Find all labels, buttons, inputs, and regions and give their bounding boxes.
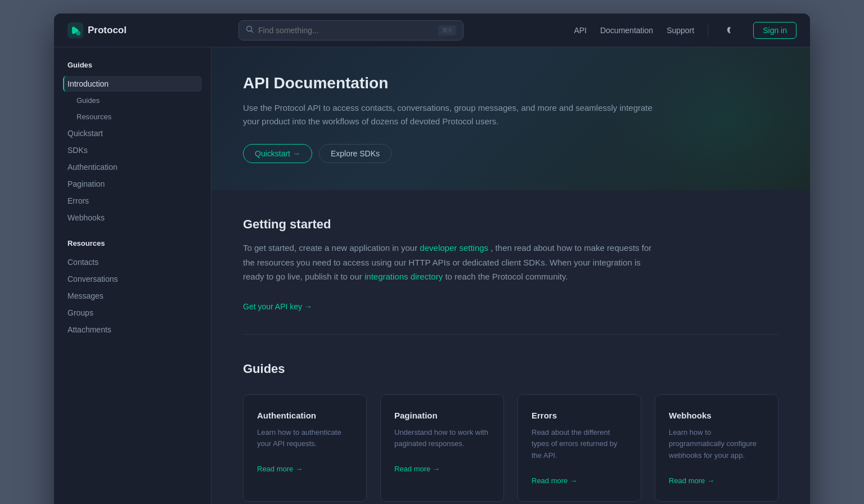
get-api-key-link[interactable]: Get your API key → [243, 302, 312, 311]
guides-section-title: Guides [243, 362, 778, 376]
card-authentication-title: Authentication [257, 411, 353, 420]
search-icon [246, 25, 254, 35]
card-webhooks-description: Learn how to programmatically configure … [669, 427, 764, 462]
sidebar-item-webhooks[interactable]: Webhooks [63, 210, 202, 226]
nav-api[interactable]: API [574, 26, 587, 35]
section-divider [243, 334, 778, 335]
search-shortcut: ⌘K [438, 25, 456, 35]
getting-started-section: Getting started To get started, create a… [243, 217, 778, 312]
app-window: Protocol ⌘K API Documentation Support [54, 14, 810, 504]
sign-in-button[interactable]: Sign in [753, 22, 796, 39]
content-body: Getting started To get started, create a… [212, 190, 810, 504]
sidebar-item-contacts[interactable]: Contacts [63, 254, 202, 270]
integrations-directory-link[interactable]: integrations directory [364, 272, 443, 281]
getting-started-text-3: to reach the Protocol community. [445, 272, 568, 281]
hero-description: Use the Protocol API to access contacts,… [243, 101, 659, 128]
sidebar-item-messages[interactable]: Messages [63, 288, 202, 304]
card-authentication: Authentication Learn how to authenticate… [243, 394, 367, 502]
card-webhooks-read-more[interactable]: Read more → [669, 476, 714, 485]
nav-support[interactable]: Support [667, 26, 694, 35]
sidebar-item-guides[interactable]: Guides [63, 93, 202, 108]
sidebar: Guides Introduction Guides Resources Qui… [54, 47, 212, 504]
getting-started-title: Getting started [243, 217, 778, 232]
search-bar[interactable]: ⌘K [238, 20, 464, 40]
svg-point-1 [76, 31, 80, 35]
cards-grid: Authentication Learn how to authenticate… [243, 394, 778, 502]
sidebar-item-attachments[interactable]: Attachments [63, 322, 202, 338]
card-pagination-read-more[interactable]: Read more → [394, 465, 440, 473]
nav-documentation[interactable]: Documentation [600, 26, 653, 35]
quickstart-button[interactable]: Quickstart → [243, 144, 312, 163]
header: Protocol ⌘K API Documentation Support [54, 14, 810, 47]
explore-sdks-button[interactable]: Explore SDKs [319, 144, 392, 163]
card-pagination-title: Pagination [394, 411, 490, 420]
sidebar-item-pagination[interactable]: Pagination [63, 176, 202, 192]
getting-started-description: To get started, create a new application… [243, 241, 659, 284]
sidebar-item-quickstart[interactable]: Quickstart [63, 125, 202, 141]
card-webhooks: Webhooks Learn how to programmatically c… [655, 394, 778, 502]
card-errors-read-more[interactable]: Read more → [532, 476, 577, 485]
card-pagination: Pagination Understand how to work with p… [380, 394, 504, 502]
search-input[interactable] [258, 26, 434, 35]
nav-divider [708, 24, 708, 37]
sidebar-item-sdks[interactable]: SDKs [63, 142, 202, 158]
card-errors-description: Read about the different types of errors… [532, 427, 627, 462]
guides-cards-section: Guides Authentication Learn how to authe… [243, 362, 778, 502]
main-content: API Documentation Use the Protocol API t… [212, 47, 810, 504]
sidebar-section-guides: Guides Introduction Guides Resources Qui… [63, 61, 202, 226]
sidebar-section-guides-title: Guides [63, 61, 202, 69]
theme-toggle-button[interactable] [722, 21, 740, 39]
developer-settings-link[interactable]: developer settings [420, 243, 488, 253]
card-authentication-description: Learn how to authenticate your API reque… [257, 427, 353, 451]
card-pagination-description: Understand how to work with paginated re… [394, 427, 490, 451]
sidebar-item-authentication[interactable]: Authentication [63, 159, 202, 175]
logo: Protocol [68, 22, 225, 38]
header-nav: API Documentation Support Sign in [574, 21, 796, 39]
sidebar-section-resources: Resources Contacts Conversations Message… [63, 239, 202, 338]
sidebar-item-groups[interactable]: Groups [63, 305, 202, 321]
card-errors: Errors Read about the different types of… [518, 394, 641, 502]
logo-icon [68, 22, 83, 38]
hero-title: API Documentation [243, 74, 778, 92]
sidebar-section-resources-title: Resources [63, 239, 202, 248]
card-errors-title: Errors [532, 411, 627, 420]
sidebar-item-conversations[interactable]: Conversations [63, 271, 202, 287]
sidebar-item-introduction[interactable]: Introduction [63, 76, 202, 92]
sidebar-item-errors[interactable]: Errors [63, 193, 202, 209]
getting-started-text-1: To get started, create a new application… [243, 243, 420, 253]
main-layout: Guides Introduction Guides Resources Qui… [54, 47, 810, 504]
hero-section: API Documentation Use the Protocol API t… [212, 47, 810, 190]
card-webhooks-title: Webhooks [669, 411, 764, 420]
hero-buttons: Quickstart → Explore SDKs [243, 144, 778, 163]
logo-text: Protocol [88, 25, 127, 36]
card-authentication-read-more[interactable]: Read more → [257, 465, 303, 473]
sidebar-item-resources[interactable]: Resources [63, 109, 202, 124]
